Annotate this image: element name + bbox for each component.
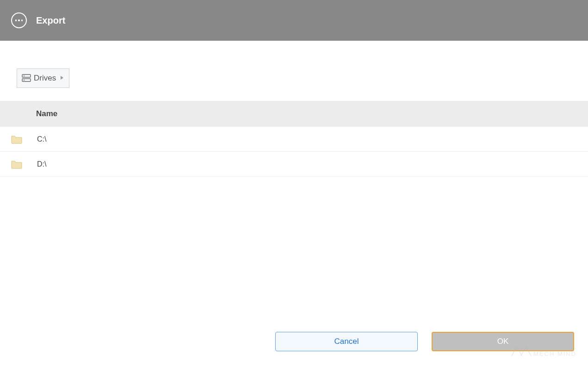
folder-icon	[11, 160, 22, 169]
chevron-right-icon	[60, 75, 64, 81]
svg-marker-4	[61, 76, 63, 80]
svg-rect-2	[24, 76, 25, 76]
svg-text:MECH MIND: MECH MIND	[533, 350, 576, 357]
column-header-name: Name	[36, 109, 57, 118]
breadcrumb-drives[interactable]: Drives	[17, 68, 69, 88]
cancel-button-label: Cancel	[334, 337, 359, 346]
options-icon[interactable]	[11, 12, 27, 28]
folder-icon	[11, 135, 22, 144]
dialog-footer: Cancel OK	[0, 332, 588, 351]
dialog-title: Export	[36, 15, 65, 26]
ok-button-label: OK	[497, 337, 509, 346]
table-header: Name	[0, 101, 588, 127]
drive-row[interactable]: D:\	[0, 152, 588, 177]
drive-name: D:\	[37, 160, 46, 168]
dialog-header: Export	[0, 0, 588, 41]
breadcrumb-toolbar: Drives	[0, 41, 588, 101]
export-dialog: Export Drives Name	[0, 0, 588, 367]
svg-rect-3	[24, 80, 25, 81]
breadcrumb-label: Drives	[34, 74, 56, 83]
ok-button[interactable]: OK	[432, 332, 574, 351]
drive-row[interactable]: C:\	[0, 127, 588, 152]
drives-icon	[22, 74, 31, 82]
drive-name: C:\	[37, 135, 46, 143]
cancel-button[interactable]: Cancel	[275, 332, 418, 351]
